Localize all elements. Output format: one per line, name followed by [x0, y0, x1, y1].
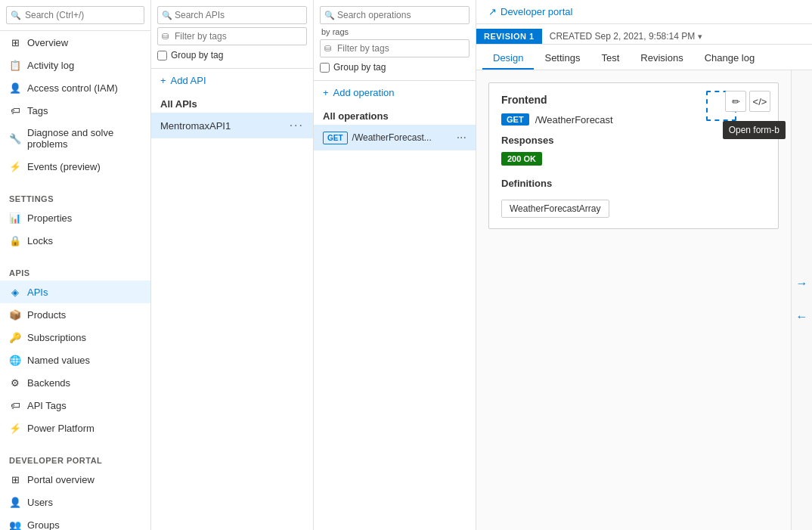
- users-icon: 👤: [9, 496, 21, 508]
- sidebar-item-users[interactable]: 👤 Users: [0, 491, 150, 513]
- sidebar-item-events[interactable]: ⚡ Events (preview): [0, 155, 150, 178]
- sidebar-item-api-tags-label: API Tags: [27, 400, 67, 411]
- ops-search-icon: 🔍: [324, 11, 335, 20]
- add-api-label: Add API: [171, 75, 206, 86]
- ops-panel-search: 🔍 by rags ⛁ Group by tag: [314, 0, 476, 81]
- ops-panel: 🔍 by rags ⛁ Group by tag + Add operation…: [314, 0, 476, 530]
- api-search-icon: 🔍: [162, 11, 172, 20]
- add-api-plus-icon: +: [160, 75, 166, 86]
- arrow-left-button[interactable]: ←: [793, 308, 811, 326]
- ops-list-item-left: GET /WeatherForecast...: [323, 132, 432, 144]
- api-filter-icon: ⛁: [162, 32, 169, 42]
- settings-section-label: Settings: [0, 187, 150, 206]
- add-operation-button[interactable]: + Add operation: [314, 81, 476, 104]
- api-filter-wrap: ⛁: [157, 27, 307, 45]
- sidebar-item-power-platform[interactable]: ⚡ Power Platform: [0, 417, 150, 439]
- edit-button[interactable]: ✏: [725, 91, 746, 112]
- sidebar-item-locks[interactable]: 🔒 Locks: [0, 229, 150, 252]
- sidebar-item-power-platform-label: Power Platform: [27, 423, 95, 434]
- ops-group-by-tag-checkbox[interactable]: [320, 63, 330, 73]
- revision-bar: REVISION 1 CREATED Sep 2, 2021, 9:58:14 …: [476, 24, 812, 45]
- sidebar-item-backends[interactable]: ⚙ Backends: [0, 371, 150, 394]
- api-group-by-tag-checkbox[interactable]: [157, 51, 167, 60]
- frontend-actions: ✏ </>: [725, 91, 770, 112]
- sidebar-item-products-label: Products: [27, 309, 66, 321]
- main-content: ↗ Developer portal REVISION 1 CREATED Se…: [476, 0, 812, 530]
- api-list-item[interactable]: MentromaxAPI1 ···: [151, 113, 313, 138]
- sidebar-item-groups[interactable]: 👥 Groups: [0, 513, 150, 530]
- api-item-dots-button[interactable]: ···: [290, 119, 304, 132]
- code-button[interactable]: </>: [749, 91, 770, 112]
- sidebar-item-events-label: Events (preview): [27, 161, 101, 172]
- tags-icon: 🏷: [9, 104, 21, 116]
- sidebar-search-input[interactable]: [6, 6, 144, 24]
- tab-change-log[interactable]: Change log: [694, 48, 766, 70]
- ops-list-item[interactable]: GET /WeatherForecast... ···: [314, 125, 476, 150]
- tab-settings[interactable]: Settings: [534, 48, 590, 70]
- sidebar-item-diagnose[interactable]: 🔧 Diagnose and solve problems: [0, 122, 150, 155]
- api-search-input[interactable]: [157, 6, 307, 24]
- api-panel-search: 🔍 ⛁ Group by tag: [151, 0, 313, 69]
- edit-icon: ✏: [732, 96, 740, 107]
- sidebar-search-area: 🔍: [0, 0, 150, 31]
- sidebar-item-portal-overview[interactable]: ⊞ Portal overview: [0, 468, 150, 491]
- get-method-badge: GET: [323, 132, 348, 144]
- sidebar-item-overview-label: Overview: [27, 37, 68, 48]
- sidebar-item-access-control-label: Access control (IAM): [27, 82, 118, 94]
- api-tags-icon: 🏷: [9, 399, 21, 411]
- arrow-right-button[interactable]: →: [793, 274, 811, 293]
- sidebar-search-icon: 🔍: [11, 11, 21, 20]
- sidebar-item-apis[interactable]: ◈ APIs: [0, 280, 150, 303]
- apis-section-label: APIs: [0, 261, 150, 280]
- sidebar-item-tags[interactable]: 🏷 Tags: [0, 99, 150, 122]
- dev-portal-link-icon: ↗: [488, 6, 497, 17]
- ops-item-dots-button[interactable]: ···: [457, 131, 466, 144]
- portal-overview-icon: ⊞: [9, 473, 21, 485]
- sidebar-item-named-values[interactable]: 🌐 Named values: [0, 349, 150, 371]
- definition-box: WeatherForecastArray: [501, 200, 609, 218]
- frontend-method-badge: GET: [501, 113, 529, 126]
- named-values-icon: 🌐: [9, 354, 21, 366]
- sidebar-item-groups-label: Groups: [27, 519, 60, 531]
- sidebar-item-overview[interactable]: ⊞ Overview: [0, 31, 150, 54]
- all-apis-title: All APIs: [151, 92, 313, 113]
- open-form-tooltip: Open form-b: [723, 121, 786, 139]
- ops-group-by-tag[interactable]: Group by tag: [320, 60, 470, 74]
- products-icon: 📦: [9, 308, 21, 321]
- sidebar-item-apis-label: APIs: [27, 287, 48, 298]
- tab-test[interactable]: Test: [590, 48, 630, 70]
- ops-item-path: /WeatherForecast...: [352, 132, 432, 143]
- subscriptions-icon: 🔑: [9, 331, 21, 343]
- sidebar-item-subscriptions[interactable]: 🔑 Subscriptions: [0, 326, 150, 349]
- tab-design[interactable]: Design: [482, 48, 534, 70]
- sidebar-item-locks-label: Locks: [27, 235, 53, 246]
- activity-log-icon: 📋: [9, 59, 21, 71]
- ops-list: GET /WeatherForecast... ···: [314, 125, 476, 530]
- events-icon: ⚡: [9, 160, 21, 172]
- code-icon: </>: [753, 96, 767, 107]
- frontend-box: ✏ </> Open form-b Frontend GET /WeatherF…: [488, 82, 779, 229]
- api-filter-input[interactable]: [157, 27, 307, 45]
- sidebar-item-named-values-label: Named values: [27, 355, 90, 366]
- api-list: MentromaxAPI1 ···: [151, 113, 313, 530]
- tooltip-text: Open form-b: [729, 125, 779, 135]
- revision-chevron-icon[interactable]: ▾: [698, 32, 702, 42]
- api-group-by-tag[interactable]: Group by tag: [157, 48, 307, 62]
- api-panel: 🔍 ⛁ Group by tag + Add API All APIs Ment…: [151, 0, 314, 530]
- sidebar-item-api-tags[interactable]: 🏷 API Tags: [0, 394, 150, 417]
- ops-filter-input[interactable]: [320, 39, 470, 57]
- sidebar-item-activity-log[interactable]: 📋 Activity log: [0, 54, 150, 76]
- ops-search-input[interactable]: [320, 6, 470, 24]
- dev-portal-link[interactable]: ↗ Developer portal: [488, 6, 572, 17]
- add-api-button[interactable]: + Add API: [151, 69, 313, 92]
- tab-revisions[interactable]: Revisions: [630, 48, 693, 70]
- sidebar-item-properties[interactable]: 📊 Properties: [0, 206, 150, 229]
- backends-icon: ⚙: [9, 377, 21, 389]
- sidebar-item-access-control[interactable]: 👤 Access control (IAM): [0, 76, 150, 99]
- sidebar-search-wrap: 🔍: [6, 6, 144, 24]
- sidebar-item-products[interactable]: 📦 Products: [0, 303, 150, 326]
- all-operations-title: All operations: [314, 104, 476, 125]
- ops-search-wrap: 🔍: [320, 6, 470, 24]
- sidebar-item-diagnose-label: Diagnose and solve problems: [27, 127, 141, 150]
- add-op-plus-icon: +: [323, 87, 329, 98]
